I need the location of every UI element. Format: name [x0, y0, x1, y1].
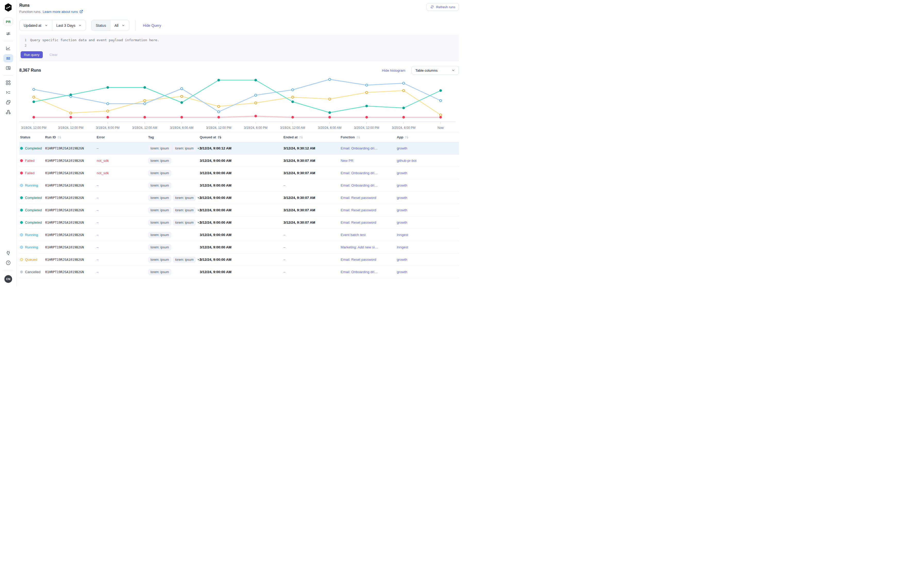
webhook-icon[interactable]: [3, 108, 13, 116]
inngest-logo-icon[interactable]: [5, 3, 12, 13]
search-window-icon[interactable]: [3, 64, 13, 72]
app-link[interactable]: growth: [397, 183, 407, 187]
status-filter-dropdown[interactable]: All: [110, 20, 129, 31]
app-link[interactable]: Inngest: [397, 233, 408, 237]
line-number: 1: [19, 38, 27, 43]
column-header-queued-at[interactable]: Queued at: [199, 135, 283, 139]
apps-icon[interactable]: [3, 78, 13, 87]
learn-more-link[interactable]: Learn more about runs: [43, 9, 83, 14]
column-header-function[interactable]: Function: [340, 135, 396, 139]
app-link[interactable]: growth: [397, 270, 407, 274]
column-header-app[interactable]: App: [396, 135, 459, 139]
table-row[interactable]: Completed01HRPT19RJSA1019B2GN–lorem: ips…: [19, 216, 459, 229]
status-cell: Cancelled: [19, 270, 44, 274]
app-link[interactable]: growth: [397, 208, 407, 212]
app-link[interactable]: growth: [397, 258, 407, 261]
table-row[interactable]: Queued01HRPT19RJSA1019B2GN–lorem: ipsuml…: [19, 254, 459, 266]
user-avatar[interactable]: CN: [5, 275, 12, 283]
chart-point-queued: [70, 112, 72, 114]
sort-icon[interactable]: [218, 135, 222, 139]
run-id-cell: 01HRPT19RJSA1019B2GN: [44, 159, 96, 163]
function-link[interactable]: Email: Reset password: [341, 196, 376, 200]
function-link[interactable]: Email: Onboarding dri…: [341, 171, 378, 175]
table-columns-dropdown[interactable]: Table columns: [412, 66, 459, 75]
column-header-ended-at[interactable]: Ended at: [283, 135, 340, 139]
clear-query-button[interactable]: Clear: [48, 53, 59, 57]
table-row[interactable]: Cancelled01HRPT19RJSA1019B2GN–lorem: ips…: [19, 266, 459, 278]
function-link[interactable]: New PR: [341, 159, 354, 163]
refresh-runs-button[interactable]: Refresh runs: [426, 3, 459, 11]
function-link[interactable]: Email: Reset password: [341, 258, 376, 261]
app-link[interactable]: growth: [397, 221, 407, 224]
app-link[interactable]: Inngest: [397, 245, 408, 249]
app-link[interactable]: growth: [397, 171, 407, 175]
run-id-cell: 01HRPT19RJSA1019B2GN: [44, 258, 96, 261]
status-filter-group: Status All: [91, 20, 129, 31]
app-link[interactable]: growth: [397, 146, 407, 150]
sort-icon[interactable]: [58, 135, 61, 139]
table-row[interactable]: Failed01HRPT19RJSA1019B2GNnot_sdklorem: …: [19, 167, 459, 179]
hide-histogram-link[interactable]: Hide histogram: [382, 69, 405, 72]
function-link[interactable]: Email: Onboarding dri…: [341, 270, 378, 274]
table-row[interactable]: Running01HRPT19RJSA1019B2GN–lorem: ipsum…: [19, 229, 459, 241]
table-header-row: StatusRun IDErrorTagQueued atEnded atFun…: [19, 132, 459, 142]
table-row[interactable]: Completed01HRPT19RJSA1019B2GN–lorem: ips…: [19, 204, 459, 216]
hide-query-link[interactable]: Hide Query: [143, 23, 161, 28]
chart-point-running: [292, 89, 294, 91]
chart-point-queued: [329, 98, 330, 100]
column-header-run-id[interactable]: Run ID: [44, 135, 96, 139]
sort-icon[interactable]: [356, 135, 360, 139]
function-link[interactable]: Email: Reset password: [341, 208, 376, 212]
status-dot-icon: [20, 271, 23, 273]
refresh-icon: [430, 5, 434, 9]
chart-point-failed: [144, 116, 146, 118]
app-link[interactable]: github-pr-bot: [397, 159, 417, 163]
status-label: Running: [25, 183, 38, 187]
chart-point-queued: [106, 110, 109, 112]
query-line: 2: [19, 43, 459, 48]
error-value: –: [97, 146, 99, 150]
function-cell: Email: Onboarding dri…: [340, 171, 396, 175]
function-link[interactable]: Email: Reset password: [341, 221, 376, 224]
function-cell: Email: Reset password: [340, 258, 396, 261]
error-cell: –: [96, 208, 147, 212]
error-cell: –: [96, 233, 147, 237]
time-field-dropdown[interactable]: Updated at: [20, 20, 52, 31]
status-dot-icon: [20, 147, 23, 150]
table-row[interactable]: Failed01HRPT19RJSA1019B2GNnot_sdklorem: …: [19, 155, 459, 167]
table-row[interactable]: Completed01HRPT19RJSA1019B2GN–lorem: ips…: [19, 192, 459, 204]
query-editor[interactable]: 1 Query specific function data and event…: [19, 35, 459, 61]
functions-icon[interactable]: [3, 98, 13, 106]
sort-icon[interactable]: [299, 135, 303, 139]
function-link[interactable]: Event batch test: [341, 233, 366, 237]
help-icon[interactable]: ?: [3, 259, 13, 267]
tag-cell: lorem: ipsum: [147, 244, 199, 250]
chevron-down-icon: [45, 24, 48, 27]
runs-icon[interactable]: [3, 54, 13, 63]
table-row[interactable]: Completed01HRPT19RJSA1019B2GN–lorem: ips…: [19, 142, 459, 155]
dev-server-plug-icon[interactable]: [3, 249, 13, 257]
status-cell: Queued: [19, 258, 44, 261]
app-root: PR ?: [0, 0, 462, 286]
sliders-icon[interactable]: [3, 30, 13, 38]
ended-at-value: 3/12/24, 9:30:12 AM: [283, 146, 315, 150]
events-icon[interactable]: [3, 88, 13, 97]
table-row[interactable]: Running01HRPT19RJSA1019B2GN–lorem: ipsum…: [19, 179, 459, 192]
queued-at-cell: 3/12/24, 9:00:12 AM: [199, 146, 283, 150]
function-link[interactable]: Marketing: Add new si…: [341, 245, 378, 249]
chart-point-completed: [33, 101, 35, 103]
app-link[interactable]: growth: [397, 196, 407, 200]
workspace-badge[interactable]: PR: [4, 17, 13, 26]
run-id-cell: 01HRPT19RJSA1019B2GN: [44, 146, 96, 150]
sort-icon[interactable]: [405, 135, 409, 139]
metrics-icon[interactable]: [3, 44, 13, 53]
app-cell: Inngest: [396, 245, 459, 249]
run-query-button[interactable]: Run query: [20, 51, 43, 58]
table-row[interactable]: Running01HRPT19RJSA1019B2GN–lorem: ipsum…: [19, 241, 459, 254]
function-link[interactable]: Email: Onboarding dri…: [341, 183, 378, 187]
function-link[interactable]: Email: Onboarding dri…: [341, 146, 378, 150]
time-range-dropdown[interactable]: Last 3 Days: [52, 20, 86, 31]
status-label: Completed: [25, 146, 42, 150]
sidebar: PR ?: [0, 0, 17, 286]
status-cell: Completed: [19, 208, 44, 212]
